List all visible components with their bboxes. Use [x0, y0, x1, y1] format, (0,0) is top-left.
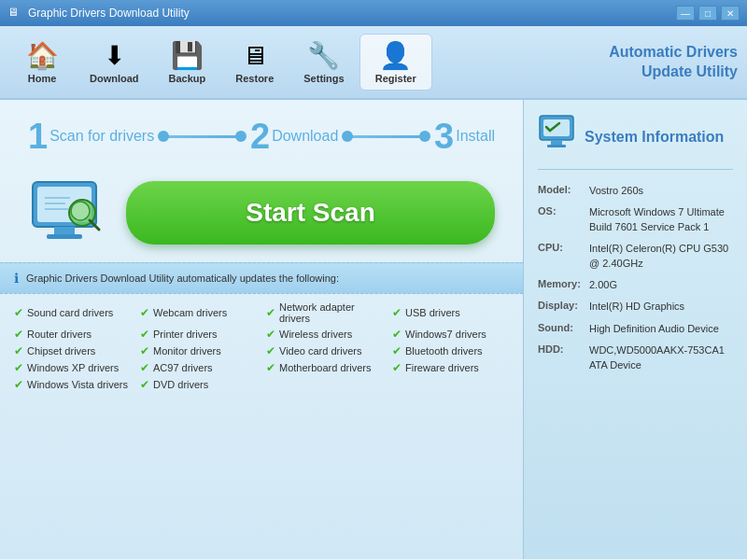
check-icon: ✔ [140, 361, 149, 374]
step-1-number: 1 [28, 119, 48, 154]
toolbar-download[interactable]: ⬇ Download [75, 35, 154, 90]
driver-list-item: ✔Wireless drivers [266, 328, 383, 341]
check-icon: ✔ [14, 344, 23, 357]
toolbar-restore[interactable]: 🖥 Restore [220, 35, 289, 90]
scan-computer-icon [28, 177, 107, 245]
scan-area: Start Scan [0, 163, 523, 262]
toolbar-settings[interactable]: 🔧 Settings [289, 35, 359, 90]
driver-label: Windows Vista drivers [27, 379, 128, 390]
app-title: Graphic Drivers Download Utility [28, 7, 676, 20]
driver-label: DVD drivers [153, 379, 208, 390]
sysinfo-icon [538, 114, 575, 160]
driver-label: Monitor drivers [153, 345, 221, 357]
sound-label: Sound: [538, 322, 589, 336]
driver-list: ✔Sound card drivers✔Webcam drivers✔Netwo… [0, 294, 523, 399]
check-icon: ✔ [140, 378, 149, 391]
driver-list-item: ✔Monitor drivers [140, 344, 257, 357]
check-icon: ✔ [140, 306, 149, 319]
check-icon: ✔ [266, 361, 275, 374]
driver-label: Bluetooth drivers [405, 345, 483, 357]
driver-list-item: ✔Windows XP drivers [14, 361, 131, 374]
hdd-value: WDC,WD5000AAKX-753CA1 ATA Device [589, 343, 733, 372]
driver-list-item: ✔Webcam drivers [140, 301, 257, 324]
driver-list-item: ✔Windows7 drivers [392, 328, 509, 341]
cpu-label: CPU: [538, 242, 589, 271]
minimize-button[interactable]: — [676, 6, 695, 21]
sysinfo-memory-row: Memory: 2.00G [538, 278, 733, 292]
close-button[interactable]: ✕ [721, 6, 740, 21]
step-line-2 [347, 135, 425, 138]
step-3: 3 Install [434, 119, 495, 154]
check-icon: ✔ [14, 378, 23, 391]
sysinfo-hdd-row: HDD: WDC,WD5000AAKX-753CA1 ATA Device [538, 343, 733, 372]
driver-list-item: ✔Bluetooth drivers [392, 344, 509, 357]
driver-list-item: ✔AC97 drivers [140, 361, 257, 374]
svg-rect-13 [547, 145, 566, 147]
driver-list-item: ✔Fireware drivers [392, 361, 509, 374]
step-2: 2 Download [250, 119, 338, 154]
step-dot-right-2 [419, 131, 430, 142]
check-icon: ✔ [140, 344, 149, 357]
backup-label: Backup [169, 73, 206, 84]
driver-label: Fireware drivers [405, 362, 479, 373]
check-icon: ✔ [266, 306, 275, 319]
step-dot-left-2 [342, 131, 353, 142]
start-scan-button[interactable]: Start Scan [126, 181, 495, 245]
display-value: Intel(R) HD Graphics [589, 300, 733, 314]
register-icon: 👤 [379, 40, 412, 71]
settings-icon: 🔧 [307, 40, 340, 71]
driver-label: Windows7 drivers [405, 329, 486, 340]
driver-list-item: ✔USB drivers [392, 301, 509, 324]
restore-icon: 🖥 [242, 40, 268, 71]
svg-rect-2 [54, 227, 75, 234]
step-dot-left-1 [158, 131, 169, 142]
driver-label: USB drivers [405, 307, 460, 318]
driver-label: Printer drivers [153, 329, 217, 340]
toolbar-home[interactable]: 🏠 Home [9, 35, 75, 90]
left-panel: 1 Scan for drivers 2 Download 3 Install [0, 100, 523, 559]
driver-list-item: ✔Network adapter drivers [266, 301, 383, 324]
driver-list-item: ✔Video card drivers [266, 344, 383, 357]
window-controls: — □ ✕ [676, 6, 740, 21]
memory-value: 2.00G [589, 278, 733, 292]
os-value: Microsoft Windows 7 Ultimate Build 7601 … [589, 205, 733, 234]
svg-point-5 [71, 202, 90, 220]
brand-line1: Automatic Drivers [609, 43, 738, 63]
driver-label: Windows XP drivers [27, 362, 119, 373]
info-text: Graphic Drivers Download Utility automat… [26, 273, 339, 284]
sysinfo-computer-icon [538, 114, 575, 151]
driver-label: Video card drivers [279, 345, 361, 357]
driver-label: Sound card drivers [27, 307, 113, 318]
driver-label: AC97 drivers [153, 362, 213, 373]
toolbar-register[interactable]: 👤 Register [359, 34, 432, 91]
driver-label: Motherboard drivers [279, 362, 371, 373]
step-2-number: 2 [250, 119, 270, 154]
brand-line2: Update Utility [609, 63, 738, 82]
toolbar-backup[interactable]: 💾 Backup [154, 35, 221, 90]
model-value: Vostro 260s [589, 184, 733, 198]
download-icon: ⬇ [104, 40, 125, 71]
sysinfo-cpu-row: CPU: Intel(R) Celeron(R) CPU G530 @ 2.40… [538, 242, 733, 271]
cpu-value: Intel(R) Celeron(R) CPU G530 @ 2.40GHz [589, 242, 733, 271]
driver-list-item: ✔Sound card drivers [14, 301, 131, 324]
sysinfo-os-row: OS: Microsoft Windows 7 Ultimate Build 7… [538, 205, 733, 234]
hdd-label: HDD: [538, 343, 589, 372]
driver-list-item: ✔DVD drivers [140, 378, 257, 391]
step-dot-right-1 [235, 131, 247, 142]
main-content: 1 Scan for drivers 2 Download 3 Install [0, 100, 747, 559]
sysinfo-model-row: Model: Vostro 260s [538, 184, 733, 198]
check-icon: ✔ [140, 328, 149, 341]
info-bar: ℹ Graphic Drivers Download Utility autom… [0, 262, 523, 294]
brand: Automatic Drivers Update Utility [609, 43, 738, 82]
check-icon: ✔ [14, 306, 23, 319]
driver-list-item: ✔Motherboard drivers [266, 361, 383, 374]
step-3-label: Install [456, 128, 495, 145]
check-icon: ✔ [266, 328, 275, 341]
memory-label: Memory: [538, 278, 589, 292]
driver-list-item: ✔Router drivers [14, 328, 131, 341]
display-label: Display: [538, 300, 589, 314]
check-icon: ✔ [392, 306, 402, 319]
driver-label: Webcam drivers [153, 307, 227, 318]
sysinfo-display-row: Display: Intel(R) HD Graphics [538, 300, 733, 314]
maximize-button[interactable]: □ [698, 6, 717, 21]
